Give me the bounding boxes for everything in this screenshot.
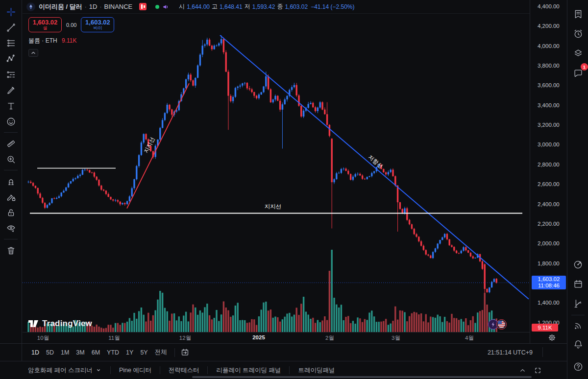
hide-drawings-tool-button[interactable] [2, 220, 19, 236]
ohlc-values: 시 1,644.00 고 1,648.41 저 1,593.42 종 1,603… [179, 2, 354, 11]
time-tick-label[interactable]: 4월 [465, 334, 474, 342]
price-tick-label: 2,800.00 [538, 162, 560, 167]
tab-divider [207, 366, 208, 374]
trash-icon [6, 245, 16, 256]
emoji-tool-button[interactable] [2, 114, 19, 129]
time-tick-label[interactable]: 11월 [108, 334, 120, 342]
sidebar-calendar-button[interactable] [571, 277, 585, 291]
horizontal-scrollbar[interactable] [192, 376, 532, 378]
time-tick-label[interactable]: 12월 [179, 334, 191, 342]
pattern-tool-button[interactable] [2, 51, 19, 67]
volume-legend[interactable]: 볼륨 · ETH 9.11K [28, 37, 114, 45]
tab-4[interactable]: 리플레이 트레이딩 패널 [216, 366, 281, 375]
text-tool-button[interactable] [2, 98, 19, 114]
time-tick-label[interactable]: 3월 [392, 334, 400, 342]
trend-line-tool-button[interactable] [2, 20, 19, 35]
cursor-tool-button[interactable] [2, 4, 19, 20]
help-icon [573, 361, 584, 372]
measure-tool-button[interactable] [2, 136, 19, 151]
minds-megaphone-icon[interactable] [162, 3, 169, 10]
forecast-icon [6, 70, 16, 80]
tab-2[interactable]: Pine 에디터 [119, 366, 151, 375]
broadcast-icon [573, 320, 584, 331]
tv-mark-icon [28, 318, 39, 329]
chevron-up-icon[interactable] [519, 367, 526, 374]
range-button-5d[interactable]: 5D [43, 348, 57, 357]
tradingview-app: 이더리움 / 달러 · 1D · BINANCE 시 1,644.00 고 1,… [0, 0, 588, 379]
brush-tool-button[interactable] [2, 82, 19, 98]
sidebar-object-tree-button[interactable] [571, 46, 585, 60]
sidebar-divider [571, 315, 585, 315]
range-button-ytd[interactable]: YTD [103, 348, 122, 357]
time-tick-label[interactable]: 2월 [325, 334, 334, 342]
sidebar-help-button[interactable] [571, 359, 585, 374]
tradingview-logo[interactable]: TradingView [28, 318, 92, 329]
tab-1[interactable]: 암호화폐 페어 스크리너 [28, 366, 102, 375]
axis-settings-gear-icon[interactable] [548, 333, 556, 342]
sidebar-chat-button[interactable]: 1 [571, 66, 585, 80]
goto-date-icon [180, 348, 190, 357]
flag-symbol-icon[interactable] [139, 3, 147, 10]
sidebar-notifications-button[interactable] [571, 337, 585, 351]
price-tick-label: 4,000.00 [538, 43, 560, 49]
sidebar-dom-panel-button[interactable] [571, 296, 585, 310]
tab-5[interactable]: 트레이딩패널 [298, 366, 335, 375]
us-flag-event-icon[interactable] [496, 319, 507, 330]
trend-line-icon [6, 23, 16, 33]
symbol-logo-icon [26, 2, 35, 11]
sell-price: 1,603.02 [33, 19, 58, 26]
sidebar-streams-button[interactable] [571, 318, 585, 332]
right-sidebar: 1 [567, 0, 588, 379]
range-button-1m[interactable]: 1M [57, 348, 73, 357]
xabcd-pattern-icon [6, 54, 16, 64]
price-axis[interactable]: 1,603.02 11:08:46 9.11K 4,400.004,200.00… [530, 0, 567, 343]
chart-axis-icon [573, 298, 584, 309]
lock-drawings-tool-button[interactable] [2, 205, 19, 220]
tab-3[interactable]: 전략테스터 [169, 366, 199, 375]
interval-button[interactable]: 1D [89, 3, 98, 10]
time-axis[interactable]: 10월11월12월20252월3월4월 [23, 332, 530, 343]
range-button-1y[interactable]: 1Y [122, 348, 137, 357]
clock-timezone-button[interactable]: 21:51:14 UTC+9 [488, 349, 533, 356]
gear-icon[interactable] [548, 333, 556, 342]
buy-label: 바이 [93, 26, 102, 30]
goto-date-icon[interactable] [179, 346, 192, 359]
range-button-3m[interactable]: 3M [73, 348, 88, 357]
collapse-legend-button[interactable] [28, 49, 38, 57]
toolbar-divider [4, 170, 18, 170]
separator: · [85, 3, 87, 10]
symbol-name-button[interactable]: 이더리움 / 달러 [39, 2, 82, 11]
time-tick-label[interactable]: 2025 [252, 334, 265, 340]
forecast-tool-button[interactable] [2, 67, 19, 82]
fib-retracement-tool-button[interactable] [2, 35, 19, 51]
buy-button[interactable]: 1,603.02 바이 [81, 17, 114, 32]
fullscreen-icon[interactable] [534, 367, 541, 374]
bar-countdown: 11:08:46 [532, 283, 566, 289]
panel-fullscreen-icon[interactable] [534, 367, 541, 374]
range-button-1d[interactable]: 1D [28, 348, 43, 357]
range-button-전체[interactable]: 전체 [151, 347, 171, 358]
sidebar-watchlist-button[interactable] [571, 7, 585, 21]
sidebar-alerts-button[interactable] [571, 26, 585, 41]
candlestick-canvas[interactable]: 지지선저항선지지선 [23, 14, 530, 332]
close-value: 1,603.02 [285, 3, 308, 10]
remove-drawings-tool-button[interactable] [2, 242, 19, 258]
text-icon [6, 101, 16, 111]
range-button-6m[interactable]: 6M [88, 348, 103, 357]
eye-icon [6, 223, 16, 234]
sell-button[interactable]: 1,603.02 셀 [28, 17, 62, 32]
tab-divider [110, 366, 111, 374]
drawing-mode-tool-button[interactable] [2, 189, 19, 205]
panel-expand-chevron-icon[interactable] [519, 367, 526, 374]
brush-icon [6, 85, 16, 95]
exchange-button[interactable]: BINANCE [104, 3, 132, 10]
zoom-in-tool-button[interactable] [2, 151, 19, 167]
chart-pane[interactable]: 지지선저항선지지선 1,603.02 셀 0.00 1,603.02 바이 볼륨… [23, 14, 530, 332]
tradingview-mark-icon [28, 318, 39, 329]
fib-retracement-icon [6, 38, 16, 48]
time-tick-label[interactable]: 10월 [37, 334, 49, 342]
magnet-tool-button[interactable] [2, 173, 19, 189]
bell-icon [573, 339, 584, 350]
range-button-5y[interactable]: 5Y [137, 348, 151, 357]
sidebar-hotlist-button[interactable] [571, 257, 585, 271]
